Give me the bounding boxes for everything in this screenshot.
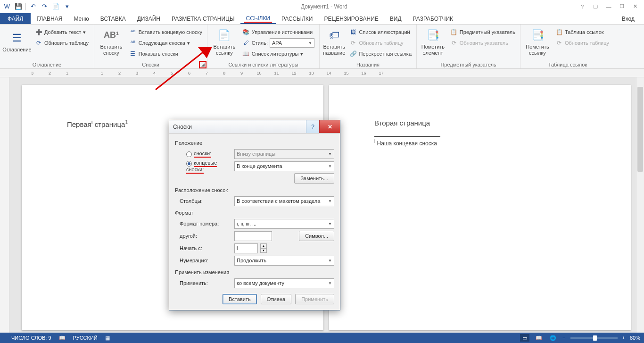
add-text-button[interactable]: ➕Добавить текст ▾: [33, 27, 91, 37]
cross-reference-button[interactable]: 🔗Перекрестная ссылка: [347, 49, 413, 59]
zoom-in-button[interactable]: +: [622, 335, 625, 341]
view-read-icon[interactable]: 📖: [534, 334, 544, 342]
section-layout: Расположение сносок: [175, 187, 334, 193]
group-label-citations: Ссылки и списки литературы: [210, 62, 316, 68]
login-link[interactable]: Вход: [622, 13, 644, 24]
redo-icon[interactable]: ↷: [39, 1, 50, 12]
qat-customize-icon[interactable]: ▾: [62, 1, 72, 12]
status-words[interactable]: ЧИСЛО СЛОВ: 9: [11, 335, 51, 341]
next-footnote-button[interactable]: ᴬᴮСледующая сноска ▾: [127, 38, 204, 48]
new-doc-icon[interactable]: 📄: [50, 1, 61, 12]
page2-text[interactable]: Вторая страница: [374, 119, 586, 127]
custom-mark-input[interactable]: [234, 231, 272, 241]
insert-footnote-button[interactable]: AB¹ Вставить сноску: [97, 25, 125, 59]
close-button[interactable]: ✕: [629, 2, 641, 11]
save-icon[interactable]: 💾: [13, 1, 24, 12]
radio-endnotes[interactable]: [186, 161, 192, 167]
start-spinner[interactable]: ▲▼: [260, 243, 267, 253]
manage-sources-button[interactable]: 📚Управление источниками: [240, 27, 316, 37]
tab-home[interactable]: ГЛАВНАЯ: [31, 13, 68, 24]
mark-entry-button[interactable]: 📑 Пометить элемент: [420, 25, 446, 59]
endnote-text[interactable]: i Наша концевая сноска: [374, 139, 586, 147]
update-index-button: ⟳Обновить указатель: [448, 38, 517, 48]
view-print-icon[interactable]: ▭: [520, 334, 529, 342]
numformat-select[interactable]: i, ii, iii, ...▼: [234, 219, 334, 229]
tab-view[interactable]: ВИД: [384, 13, 407, 24]
label-start: Начать с:: [175, 245, 231, 251]
undo-icon[interactable]: ↶: [28, 1, 38, 12]
help-button[interactable]: ?: [576, 2, 588, 11]
insert-button[interactable]: Вставить: [223, 294, 257, 304]
tab-mailings[interactable]: РАССЫЛКИ: [276, 13, 318, 24]
next-icon: ᴬᴮ: [129, 39, 137, 47]
endnote-icon: ᴬᴮ: [129, 28, 137, 36]
list-figures-button[interactable]: 🖼Список иллюстраций: [347, 27, 413, 37]
bibliography-button[interactable]: 📖Список литературы ▾: [240, 49, 316, 59]
insert-endnote-button[interactable]: ᴬᴮВставить концевую сноску: [127, 27, 204, 37]
tab-review[interactable]: РЕЦЕНЗИРОВАНИЕ: [318, 13, 384, 24]
dialog-help-button[interactable]: ?: [306, 120, 319, 133]
group-label-toc: Оглавление: [3, 62, 91, 68]
refresh-icon: ⟳: [349, 39, 357, 47]
manage-icon: 📚: [242, 28, 250, 36]
file-tab[interactable]: ФАЙЛ: [0, 13, 31, 24]
start-at-input[interactable]: i: [234, 243, 258, 253]
bib-icon: 📖: [242, 50, 250, 58]
page-2[interactable]: Вторая страница i Наша концевая сноска: [329, 85, 631, 330]
tab-design[interactable]: ДИЗАЙН: [132, 13, 166, 24]
update-toa-button: ⟳Обновить таблицу: [553, 38, 611, 48]
tab-menu[interactable]: Меню: [68, 13, 94, 24]
minimize-button[interactable]: —: [603, 2, 615, 11]
ribbon-options-button[interactable]: ▢: [589, 2, 602, 11]
zoom-value[interactable]: 80%: [630, 335, 640, 341]
citation-icon: 📄: [217, 28, 232, 43]
radio-footnotes[interactable]: [186, 151, 192, 157]
separator: [25, 3, 26, 10]
insert-citation-button[interactable]: 📄 Вставить ссылку: [210, 25, 239, 59]
tab-developer[interactable]: РАЗРАБОТЧИК: [407, 13, 459, 24]
style-label: 🖊Стиль: APA▼: [240, 38, 316, 48]
symbol-button[interactable]: Символ...: [299, 231, 334, 241]
label-custom: другой:: [175, 233, 231, 239]
tab-insert[interactable]: ВСТАВКА: [95, 13, 132, 24]
insert-index-button[interactable]: 📋Предметный указатель: [448, 27, 517, 37]
update-toc-button[interactable]: ⟳Обновить таблицу: [33, 38, 91, 48]
dialog-close-button[interactable]: ✕: [319, 120, 340, 133]
cancel-button[interactable]: Отмена: [261, 294, 291, 304]
vertical-ruler[interactable]: [0, 77, 9, 335]
footnotes-location-select: Внизу страницы▼: [234, 149, 334, 159]
caption-icon: 🏷: [327, 28, 342, 43]
section-position: Положение: [175, 140, 334, 146]
maximize-button[interactable]: ☐: [616, 2, 628, 11]
view-web-icon[interactable]: 🌐: [548, 334, 558, 342]
zoom-slider[interactable]: [570, 337, 618, 339]
horizontal-ruler[interactable]: 3211234567891011121314151617: [0, 69, 644, 77]
mark-citation-button[interactable]: 📑 Пометить ссылку: [523, 25, 552, 59]
insert-toa-button[interactable]: 📋Таблица ссылок: [553, 27, 611, 37]
show-footnotes-button[interactable]: ☰Показать сноски: [127, 49, 204, 59]
columns-select[interactable]: В соответствии с макетом раздела▼: [234, 196, 334, 206]
tab-layout[interactable]: РАЗМЕТКА СТРАНИЦЫ: [166, 13, 240, 24]
word-icon: W: [2, 1, 12, 12]
tab-references[interactable]: ССЫЛКИ: [240, 13, 276, 24]
style-icon: 🖊: [242, 39, 250, 47]
numbering-select[interactable]: Продолжить▼: [234, 256, 334, 266]
insert-caption-button[interactable]: 🏷 Вставить название: [322, 25, 346, 59]
endnotes-location-select[interactable]: В конце документа▼: [234, 161, 334, 171]
index-icon: 📋: [450, 28, 458, 36]
group-label-footnotes: Сноски: [97, 62, 204, 68]
toc-button[interactable]: ☰ Оглавление: [3, 25, 31, 59]
status-language[interactable]: РУССКИЙ: [73, 335, 98, 341]
show-icon: ☰: [129, 50, 137, 58]
status-proofing-icon[interactable]: 📖: [59, 335, 66, 341]
apply-select[interactable]: ко всему документу▼: [234, 278, 334, 288]
status-macro-icon[interactable]: ▦: [105, 335, 110, 341]
section-apply: Применить изменения: [175, 269, 334, 275]
style-select[interactable]: APA▼: [270, 38, 314, 48]
group-label-captions: Названия: [322, 62, 413, 68]
footnotes-launcher[interactable]: ◢: [199, 61, 206, 68]
convert-button[interactable]: Заменить...: [294, 173, 334, 184]
crossref-icon: 🔗: [349, 50, 357, 58]
zoom-out-button[interactable]: −: [562, 335, 565, 341]
vertical-scrollbar[interactable]: [636, 77, 644, 333]
